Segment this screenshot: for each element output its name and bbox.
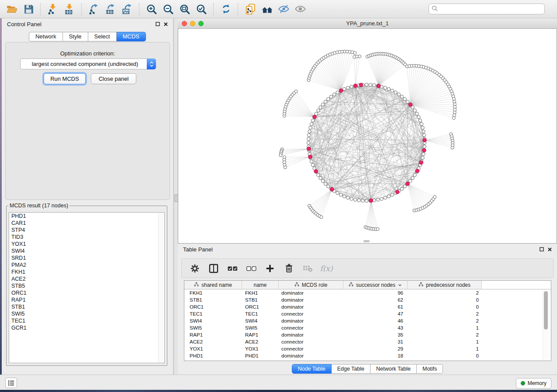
memory-button[interactable]: Memory xyxy=(516,378,551,389)
table-cell: 2 xyxy=(408,310,482,317)
tab-node-table[interactable]: Node Table xyxy=(292,364,332,374)
hide-graphics-details-button[interactable] xyxy=(275,2,292,17)
zoom-fit-icon xyxy=(179,3,190,15)
zoom-traffic-light[interactable] xyxy=(198,21,204,26)
mcds-result-item[interactable]: RAP1 xyxy=(9,296,164,303)
delete-column-button[interactable] xyxy=(283,262,295,275)
export-table-button[interactable] xyxy=(102,2,119,17)
open-file-button[interactable] xyxy=(3,2,20,17)
toolbar-separator xyxy=(139,3,140,15)
table-cell: 46 xyxy=(343,317,408,324)
zoom-fit-button[interactable] xyxy=(176,2,193,17)
close-traffic-light[interactable] xyxy=(182,21,187,26)
table-cell: 43 xyxy=(343,324,408,331)
mcds-result-list[interactable]: PHD1CAR1STP4TID3YOX1SWI4SRD1PMA2FKH1ACE2… xyxy=(9,212,165,363)
export-image-button[interactable] xyxy=(119,2,135,17)
mcds-result-item[interactable]: YOX1 xyxy=(9,241,164,248)
function-builder-button[interactable]: f(x) xyxy=(320,262,332,275)
search-input[interactable] xyxy=(429,3,545,14)
table-row[interactable]: SWI4SWI4dominator462 xyxy=(184,317,551,324)
delete-table-button[interactable] xyxy=(301,262,314,275)
table-cell: RAP1 xyxy=(242,331,279,338)
table-row[interactable]: ACE2ACE2connector311 xyxy=(184,338,551,345)
save-session-button[interactable] xyxy=(20,2,37,17)
minimize-traffic-light[interactable] xyxy=(190,21,195,26)
mcds-result-title: MCDS result (17 nodes) xyxy=(8,203,69,209)
table-cell: YOX1 xyxy=(242,345,279,352)
share-document-button[interactable] xyxy=(242,2,259,17)
table-scrollbar-thumb[interactable] xyxy=(544,291,548,330)
table-cell: dominator xyxy=(279,289,343,296)
tab-network[interactable]: Network xyxy=(29,32,63,41)
column-header-name[interactable]: name xyxy=(242,281,279,289)
export-network-button[interactable] xyxy=(86,2,102,17)
open-folder-icon xyxy=(6,3,17,15)
mcds-result-item[interactable]: PHD1 xyxy=(9,213,164,220)
table-scrollbar[interactable] xyxy=(543,290,549,360)
tab-mcds[interactable]: MCDS xyxy=(117,32,146,41)
create-column-button[interactable] xyxy=(264,262,276,275)
mcds-list-scrollbar[interactable] xyxy=(158,213,164,362)
mcds-result-item[interactable]: SRD1 xyxy=(9,254,164,261)
table-row[interactable]: RAP1RAP1dominator352 xyxy=(184,331,551,338)
float-panel-icon[interactable] xyxy=(540,247,544,251)
tab-select[interactable]: Select xyxy=(88,32,117,41)
table-row[interactable]: ORC1ORC1dominator610 xyxy=(184,303,551,310)
table-row[interactable]: FKH1FKH1dominator962 xyxy=(184,289,551,296)
float-panel-icon[interactable] xyxy=(156,22,160,26)
tab-network-table[interactable]: Network Table xyxy=(370,364,417,374)
show-graphics-details-button[interactable] xyxy=(292,2,308,17)
mcds-result-item[interactable]: ORC1 xyxy=(9,289,164,296)
mcds-result-item[interactable]: STB1 xyxy=(9,303,164,310)
mcds-result-item[interactable]: TEC1 xyxy=(9,317,164,324)
tab-edge-table[interactable]: Edge Table xyxy=(332,364,370,374)
table-cell: FKH1 xyxy=(242,289,279,296)
tab-motifs[interactable]: Motifs xyxy=(417,364,443,374)
network-window-titlebar[interactable]: YPA_prune.txt_1 xyxy=(178,18,557,29)
run-mcds-button[interactable]: Run MCDS xyxy=(44,73,86,84)
mcds-result-item[interactable]: TID3 xyxy=(9,234,164,241)
table-row[interactable]: STB1STB1dominator620 xyxy=(184,296,551,303)
mcds-result-item[interactable]: SWI5 xyxy=(9,310,164,317)
table-settings-button[interactable] xyxy=(189,262,201,275)
column-header-MCDS-role[interactable]: MCDS role xyxy=(279,281,343,289)
table-row[interactable]: YOX1YOX1connector291 xyxy=(184,345,551,352)
table-cell: PHD1 xyxy=(184,352,242,359)
mcds-result-item[interactable]: ACE2 xyxy=(9,275,164,282)
zoom-in-button[interactable] xyxy=(143,2,160,17)
mcds-result-item[interactable]: STB5 xyxy=(9,282,164,289)
tab-style[interactable]: Style xyxy=(63,32,88,41)
network-canvas[interactable] xyxy=(178,29,557,244)
mcds-result-item[interactable]: STP4 xyxy=(9,227,164,234)
import-table-button[interactable] xyxy=(61,2,78,17)
mcds-result-item[interactable]: CAR1 xyxy=(9,220,164,227)
home-networks-button[interactable] xyxy=(259,2,275,17)
close-panel-button[interactable]: Close panel xyxy=(91,73,136,84)
mcds-result-item[interactable]: FKH1 xyxy=(9,268,164,275)
column-header-successor-nodes[interactable]: successor nodes xyxy=(343,281,408,289)
task-history-button[interactable] xyxy=(5,378,17,388)
mcds-result-item[interactable]: SWI4 xyxy=(9,248,164,254)
show-columns-button[interactable] xyxy=(208,262,220,275)
deselect-all-button[interactable] xyxy=(245,262,257,275)
zoom-out-button[interactable] xyxy=(160,2,176,17)
column-header-predecessor-nodes[interactable]: predecessor nodes xyxy=(408,281,482,289)
table-cell: 35 xyxy=(343,331,408,338)
attribute-tree-icon xyxy=(419,282,423,288)
import-network-button[interactable] xyxy=(45,2,61,17)
table-row[interactable]: SWI5SWI5connector431 xyxy=(184,324,551,331)
table-row[interactable]: TEC1TEC1connector472 xyxy=(184,310,551,317)
network-graph[interactable] xyxy=(178,29,557,243)
network-scroll-thumb[interactable] xyxy=(363,240,370,242)
refresh-button[interactable] xyxy=(218,2,234,17)
close-panel-icon[interactable] xyxy=(164,22,168,26)
mcds-result-item[interactable]: GCR1 xyxy=(9,324,164,331)
panel-splitter[interactable] xyxy=(173,18,178,375)
mcds-result-item[interactable]: PMA2 xyxy=(9,261,164,268)
zoom-selected-button[interactable] xyxy=(193,2,210,17)
table-row[interactable]: PHD1PHD1dominator180 xyxy=(184,352,551,359)
select-all-button[interactable] xyxy=(226,262,239,275)
column-header-shared-name[interactable]: shared name xyxy=(184,281,242,289)
close-panel-icon[interactable] xyxy=(548,248,552,251)
optimization-select[interactable]: largest connected component (undirected) xyxy=(20,58,156,69)
